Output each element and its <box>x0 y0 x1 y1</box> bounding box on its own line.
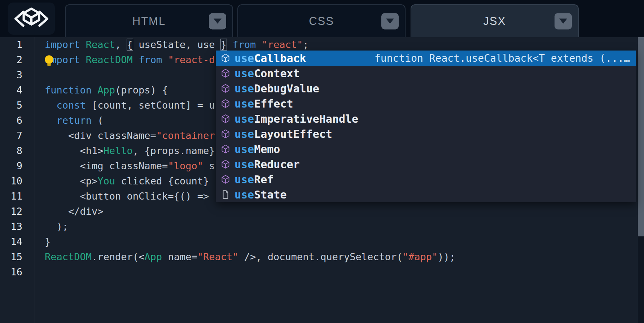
autocomplete-item[interactable]: useContext <box>216 66 636 81</box>
autocomplete-item[interactable]: useMemo <box>216 141 636 157</box>
code-token: )); <box>438 251 455 262</box>
autocomplete-item[interactable]: useImperativeHandle <box>216 111 636 126</box>
code-token: s <box>203 160 215 171</box>
code-token: <div className= <box>45 130 156 141</box>
scrollbar-thumb[interactable] <box>638 37 644 236</box>
code-token <box>45 115 57 126</box>
code-line[interactable] <box>45 265 638 280</box>
autocomplete-detail: function React.useCallback<T extends (..… <box>374 52 630 64</box>
autocomplete-label: useEffect <box>235 97 293 110</box>
line-number: 15 <box>0 249 35 265</box>
code-token <box>256 39 262 50</box>
autocomplete-label: useRef <box>235 173 273 186</box>
code-editor: 12345678910111213141516 import React, { … <box>0 37 644 323</box>
code-token: React <box>86 39 115 50</box>
code-token: useState, use <box>133 39 221 50</box>
code-token: </div> <box>45 206 104 217</box>
code-token: <button onClick={() => <box>45 191 215 202</box>
code-line[interactable]: } <box>45 234 638 249</box>
code-token: <h1> <box>45 145 104 156</box>
autocomplete-item[interactable]: useCallbackfunction React.useCallback<T … <box>216 51 636 66</box>
tab-css[interactable]: CSS <box>237 4 406 37</box>
code-cube-logo-icon[interactable] <box>8 3 55 35</box>
code-token: ReactDOM <box>86 54 133 65</box>
line-number: 2 <box>0 52 35 67</box>
line-number: 12 <box>0 204 35 219</box>
code-token: .render(< <box>92 251 144 262</box>
symbol-cube-icon <box>220 114 231 124</box>
code-editor-app: HTML CSS JSX 12345678910111213141516 imp… <box>0 0 644 323</box>
autocomplete-popup: useCallbackfunction React.useCallback<T … <box>216 51 636 202</box>
code-line[interactable]: ); <box>45 219 638 234</box>
tab-label: HTML <box>132 15 166 28</box>
code-token <box>162 54 168 65</box>
autocomplete-item[interactable]: useState <box>216 187 636 202</box>
symbol-cube-icon <box>220 144 231 154</box>
chevron-down-icon <box>559 19 567 24</box>
line-number: 1 <box>0 37 35 52</box>
line-number: 3 <box>0 67 35 83</box>
tab-html[interactable]: HTML <box>65 4 233 37</box>
code-token: "logo" <box>168 160 203 171</box>
code-token: (props) { <box>115 84 168 96</box>
symbol-cube-icon <box>220 83 231 93</box>
code-token: clicked {count} <box>115 175 215 187</box>
autocomplete-label: useState <box>235 188 287 201</box>
line-number: 4 <box>0 83 35 98</box>
line-number: 16 <box>0 265 35 280</box>
tab-menu-button[interactable] <box>555 13 572 29</box>
code-token: [count, setCount] = u <box>86 100 215 111</box>
code-line[interactable]: ReactDOM.render(<App name="React" />, do… <box>45 249 638 265</box>
code-token: ); <box>45 221 68 232</box>
autocomplete-item[interactable]: useReducer <box>216 157 636 172</box>
code-token: return <box>57 115 92 126</box>
code-token: function <box>45 84 92 96</box>
code-token <box>80 39 86 50</box>
symbol-cube-icon <box>220 159 231 169</box>
quick-fix-lightbulb-icon[interactable] <box>43 54 55 68</box>
code-line[interactable]: import React, { useState, use } from "re… <box>45 37 638 52</box>
code-token: from <box>232 39 256 50</box>
line-number: 9 <box>0 158 35 174</box>
code-token: ReactDOM <box>45 251 92 262</box>
symbol-cube-icon <box>220 129 231 139</box>
code-token <box>133 54 139 65</box>
code-token: from <box>139 54 162 65</box>
line-number-gutter: 12345678910111213141516 <box>0 37 35 323</box>
code-token: const <box>57 100 86 111</box>
code-token <box>92 84 97 96</box>
tab-menu-button[interactable] <box>209 13 226 29</box>
code-token: name= <box>162 251 197 262</box>
chevron-down-icon <box>386 19 394 24</box>
autocomplete-label: useCallback <box>235 52 306 65</box>
autocomplete-label: useDebugValue <box>235 82 319 95</box>
tab-jsx[interactable]: JSX <box>411 4 579 37</box>
autocomplete-item[interactable]: useLayoutEffect <box>216 126 636 141</box>
code-token: ; <box>303 39 308 50</box>
autocomplete-item[interactable]: useRef <box>216 172 636 187</box>
code-token: You <box>97 175 115 187</box>
code-token: , <box>115 39 127 50</box>
line-number: 10 <box>0 174 35 189</box>
code-token: "#app" <box>403 251 438 262</box>
autocomplete-item[interactable]: useDebugValue <box>216 81 636 96</box>
matched-bracket: } <box>221 39 227 50</box>
symbol-cube-icon <box>220 53 231 63</box>
code-token: , {props.name} <box>133 145 215 156</box>
line-number: 6 <box>0 113 35 128</box>
code-token <box>80 54 86 65</box>
line-number: 8 <box>0 143 35 158</box>
symbol-cube-icon <box>220 99 231 109</box>
code-token: } <box>45 236 51 247</box>
code-token: App <box>97 84 115 96</box>
tab-label: JSX <box>483 15 506 28</box>
autocomplete-item[interactable]: useEffect <box>216 96 636 111</box>
code-token <box>45 100 57 111</box>
autocomplete-label: useImperativeHandle <box>235 113 358 125</box>
code-token: "container <box>156 130 215 141</box>
code-token: "react" <box>262 39 303 50</box>
tab-menu-button[interactable] <box>381 13 399 29</box>
code-token: <img className= <box>45 160 168 171</box>
code-line[interactable]: </div> <box>45 204 638 219</box>
code-token <box>227 39 232 50</box>
